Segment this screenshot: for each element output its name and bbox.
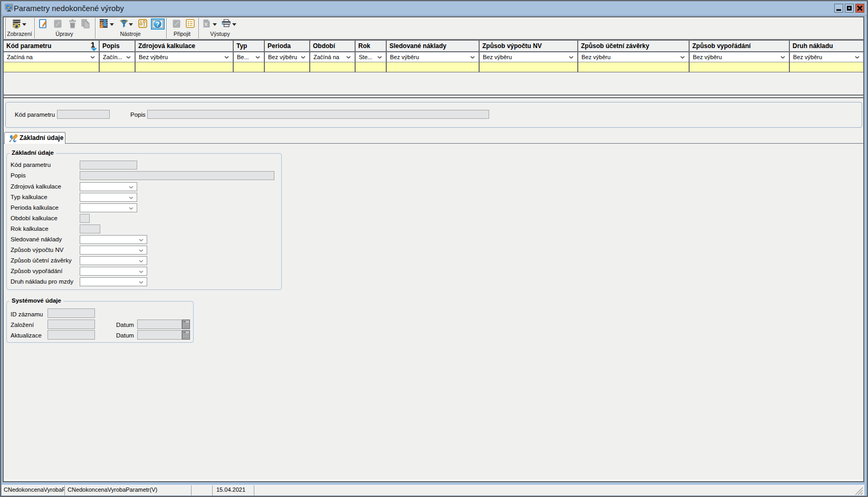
svg-text:?: ?: [156, 21, 160, 28]
